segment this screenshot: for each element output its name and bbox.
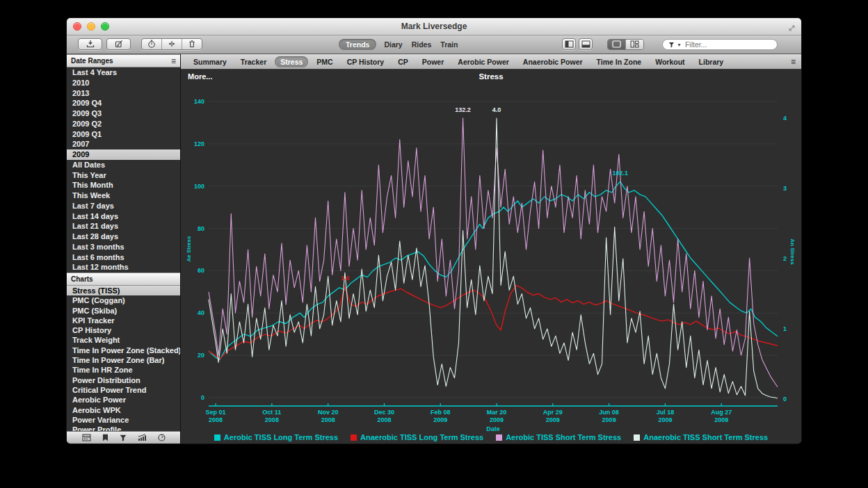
view-tab-diary[interactable]: Diary bbox=[383, 39, 403, 50]
stopwatch-icon bbox=[147, 38, 156, 51]
bookmark-icon[interactable] bbox=[102, 432, 108, 444]
view-tab-trends[interactable]: Trends bbox=[339, 39, 376, 50]
date-range-item[interactable]: Last 12 months bbox=[67, 262, 180, 273]
tab-time-in-zone[interactable]: Time In Zone bbox=[591, 56, 648, 67]
x-axis-title: Date bbox=[486, 425, 500, 432]
calendar-icon[interactable] bbox=[82, 432, 91, 444]
x-axis-tick-label: Nov 202008 bbox=[318, 409, 339, 423]
filter-field[interactable]: ▼ bbox=[662, 39, 778, 50]
tab-tracker[interactable]: Tracker bbox=[235, 56, 272, 67]
chart-list-item[interactable]: Power Profile bbox=[67, 425, 180, 431]
chart-list-item[interactable]: Track Weight bbox=[67, 335, 180, 345]
trash-button[interactable] bbox=[182, 39, 202, 49]
tab-stress[interactable]: Stress bbox=[275, 56, 308, 67]
sidebar-toggle-button[interactable] bbox=[562, 38, 576, 50]
gauge-icon[interactable] bbox=[158, 432, 166, 444]
date-range-item[interactable]: Last 7 days bbox=[67, 201, 180, 211]
charts-title: Charts bbox=[71, 273, 93, 286]
date-range-item[interactable]: 2009 Q3 bbox=[67, 108, 180, 119]
compose-button[interactable] bbox=[106, 38, 131, 50]
chart-list-item[interactable]: Power Variance bbox=[67, 415, 180, 425]
date-range-item[interactable]: This Week bbox=[67, 190, 180, 201]
chart-list-item[interactable]: KPI Tracker bbox=[67, 316, 180, 325]
view-tab-rides[interactable]: Rides bbox=[410, 39, 433, 50]
chart-bars-icon[interactable] bbox=[138, 432, 147, 444]
stopwatch-button[interactable] bbox=[142, 39, 161, 49]
menu-icon[interactable]: ≡ bbox=[791, 58, 796, 65]
minimize-window-button[interactable] bbox=[87, 22, 95, 31]
left-axis-tick: 100 bbox=[194, 183, 204, 190]
split-compare-icon bbox=[168, 38, 176, 51]
date-range-item[interactable]: This Month bbox=[67, 180, 180, 190]
lowbar-toggle-button[interactable] bbox=[579, 38, 593, 50]
filter-funnel-icon[interactable] bbox=[120, 432, 127, 444]
chart-list-item[interactable]: Time In Power Zone (Bar) bbox=[67, 355, 180, 365]
titlebar: Mark Liversedge bbox=[67, 18, 801, 35]
tab-library[interactable]: Library bbox=[693, 56, 730, 67]
date-range-item[interactable]: This Year bbox=[67, 170, 180, 181]
tiled-view-button[interactable] bbox=[625, 40, 643, 49]
x-axis-tick-label: Jun 082009 bbox=[599, 409, 619, 423]
download-icon bbox=[86, 38, 95, 51]
chart-list-item[interactable]: PMC (Coggan) bbox=[67, 295, 180, 305]
date-range-item[interactable]: 2009 Q4 bbox=[67, 98, 180, 108]
date-range-item[interactable]: 2009 Q2 bbox=[67, 119, 180, 129]
tab-cp-history[interactable]: CP History bbox=[341, 56, 390, 67]
dropdown-arrow-icon[interactable]: ▼ bbox=[677, 42, 682, 47]
charts-header: Charts bbox=[67, 273, 180, 286]
legend-swatch bbox=[634, 434, 640, 441]
date-range-item[interactable]: 2010 bbox=[67, 78, 180, 88]
date-range-item[interactable]: 2009 Q1 bbox=[67, 129, 180, 140]
date-range-item[interactable]: Last 14 days bbox=[67, 211, 180, 222]
filter-funnel-icon bbox=[668, 38, 675, 51]
tab-cp[interactable]: CP bbox=[392, 56, 414, 67]
chart-list-item[interactable]: Critical Power Trend bbox=[67, 385, 180, 395]
tabbed-view-icon bbox=[612, 39, 621, 50]
date-ranges-title: Date Ranges bbox=[71, 55, 113, 67]
tab-pmc[interactable]: PMC bbox=[311, 56, 338, 67]
peak-value-label: 1.6 bbox=[341, 275, 350, 282]
peak-value-label: 102.1 bbox=[613, 170, 629, 177]
tab-summary[interactable]: Summary bbox=[188, 56, 232, 67]
view-tab-train[interactable]: Train bbox=[439, 39, 459, 50]
date-range-item[interactable]: All Dates bbox=[67, 160, 180, 170]
menu-icon[interactable]: ≡ bbox=[171, 58, 176, 65]
legend-item: Anaerobic TISS Long Term Stress bbox=[351, 433, 483, 441]
tab-power[interactable]: Power bbox=[417, 56, 450, 67]
chart-list-item[interactable]: Time In HR Zone bbox=[67, 365, 180, 375]
x-axis-tick-label: Oct 112008 bbox=[262, 409, 281, 423]
tab-anaerobic-power[interactable]: Anaerobic Power bbox=[517, 56, 588, 67]
right-axis-title: An Stress bbox=[789, 238, 796, 264]
date-range-item[interactable]: 2009 bbox=[67, 149, 180, 160]
filter-input[interactable] bbox=[684, 40, 770, 49]
chart-list-item[interactable]: Aerobic WPK bbox=[67, 405, 180, 415]
close-window-button[interactable] bbox=[73, 22, 81, 31]
legend-item: Aerobic TISS Long Term Stress bbox=[214, 433, 338, 441]
legend-item: Anaerobic TISS Short Term Stress bbox=[634, 433, 768, 441]
date-range-item[interactable]: 2013 bbox=[67, 88, 180, 99]
download-button[interactable] bbox=[78, 38, 102, 50]
tab-aerobic-power[interactable]: Aerobic Power bbox=[452, 56, 515, 67]
activity-tools-group bbox=[141, 38, 202, 50]
chart-list-item[interactable]: CP History bbox=[67, 325, 180, 335]
chart-list-item[interactable]: PMC (Skiba) bbox=[67, 306, 180, 316]
date-range-item[interactable]: Last 28 days bbox=[67, 231, 180, 242]
tabbed-view-button[interactable] bbox=[608, 40, 625, 49]
date-range-item[interactable]: Last 3 months bbox=[67, 242, 180, 252]
date-range-item[interactable]: Last 6 months bbox=[67, 252, 180, 263]
date-range-item[interactable]: Last 21 days bbox=[67, 221, 180, 231]
series-anaerobic-tiss-short-term-stress bbox=[209, 118, 778, 398]
legend-label: Anaerobic TISS Long Term Stress bbox=[360, 433, 483, 441]
split-compare-button[interactable] bbox=[161, 39, 182, 49]
date-range-item[interactable]: 2007 bbox=[67, 139, 180, 149]
chart-list-item[interactable]: Time In Power Zone (Stacked) bbox=[67, 345, 180, 355]
chart-list-item[interactable]: Stress (TISS) bbox=[67, 286, 180, 295]
chart-list-item[interactable]: Power Distribution bbox=[67, 375, 180, 385]
x-axis-tick-label: Aug 272009 bbox=[711, 409, 732, 423]
chart-list-item[interactable]: Aerobic Power bbox=[67, 395, 180, 405]
date-range-item[interactable]: Last 4 Years bbox=[67, 67, 180, 78]
right-axis-tick: 1 bbox=[783, 325, 787, 332]
tab-workout[interactable]: Workout bbox=[650, 56, 690, 67]
window-resize-icon[interactable] bbox=[788, 22, 796, 35]
zoom-window-button[interactable] bbox=[101, 22, 109, 31]
